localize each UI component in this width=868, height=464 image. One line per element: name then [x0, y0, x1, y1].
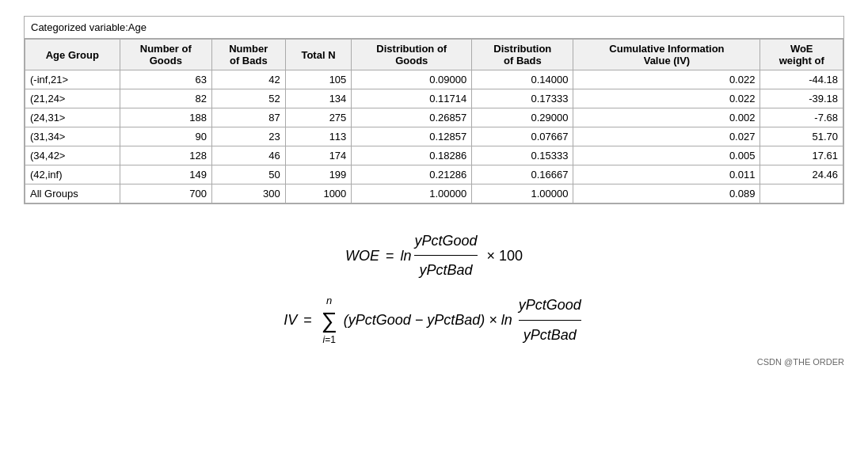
table-row: (21,24>82521340.117140.173330.022-39.18 — [25, 89, 843, 108]
table-cell: 63 — [120, 70, 211, 89]
table-cell: 0.12857 — [352, 127, 472, 146]
footer-cell — [760, 184, 843, 203]
table-cell: 42 — [211, 70, 285, 89]
table-row: (-inf,21>63421050.090000.140000.022-44.1… — [25, 70, 843, 89]
table-cell: 0.14000 — [472, 70, 573, 89]
table-cell: 0.16667 — [472, 165, 573, 184]
table-cell: 24.46 — [760, 165, 843, 184]
table-cell: 0.07667 — [472, 127, 573, 146]
col-num-bads: Numberof Bads — [211, 40, 285, 70]
sigma-symbol: ∑ — [322, 310, 337, 332]
formulas-section: WOE = ln yPctGood yPctBad × 100 IV = n ∑… — [24, 228, 844, 349]
table-cell: 0.022 — [573, 70, 760, 89]
table-cell: (42,inf) — [25, 165, 120, 184]
table-cell: (21,24> — [25, 89, 120, 108]
table-cell: 82 — [120, 89, 211, 108]
table-cell: (-inf,21> — [25, 70, 120, 89]
col-age-group: Age Group — [25, 40, 120, 70]
table-row: (24,31>188872750.268570.290000.002-7.68 — [25, 108, 843, 127]
col-dist-bads: Distributionof Bads — [472, 40, 573, 70]
table-cell: 0.11714 — [352, 89, 472, 108]
footer-cell: 1000 — [285, 184, 352, 203]
table-cell: -44.18 — [760, 70, 843, 89]
footer-cell: All Groups — [25, 184, 120, 203]
table-cell: 0.18286 — [352, 146, 472, 165]
col-cum-iv: Cumulative InformationValue (IV) — [573, 40, 760, 70]
summation-upper: n — [326, 291, 332, 310]
table-cell: 0.09000 — [352, 70, 472, 89]
footer-cell: 0.089 — [573, 184, 760, 203]
table-cell: 0.17333 — [472, 89, 573, 108]
table-cell: 0.26857 — [352, 108, 472, 127]
iv-denominator: yPctBad — [523, 321, 577, 348]
table-row: (34,42>128461740.182860.153330.00517.61 — [25, 146, 843, 165]
table-cell: 0.027 — [573, 127, 760, 146]
table-cell: 134 — [285, 89, 352, 108]
iv-body: (yPctGood − yPctBad) × ln — [344, 307, 512, 333]
table-cell: 149 — [120, 165, 211, 184]
woe-equals: = — [386, 243, 394, 268]
table-cell: 0.002 — [573, 108, 760, 127]
table-cell: 50 — [211, 165, 285, 184]
table-row: (31,34>90231130.128570.076670.02751.70 — [25, 127, 843, 146]
footer-cell: 1.00000 — [472, 184, 573, 203]
iv-formula: IV = n ∑ i=1 (yPctGood − yPctBad) × ln y… — [24, 291, 844, 349]
table-cell: 0.15333 — [472, 146, 573, 165]
table-cell: 52 — [211, 89, 285, 108]
woe-numerator: yPctGood — [414, 228, 477, 256]
table-cell: 0.011 — [573, 165, 760, 184]
table-cell: 188 — [120, 108, 211, 127]
iv-numerator: yPctGood — [519, 292, 581, 320]
woe-fraction: yPctGood yPctBad — [414, 228, 477, 283]
col-num-goods: Number ofGoods — [120, 40, 211, 70]
watermark: CSDN @THE ORDER — [24, 357, 844, 367]
footer-cell: 1.00000 — [352, 184, 472, 203]
table-cell: 199 — [285, 165, 352, 184]
table-cell: 113 — [285, 127, 352, 146]
table-cell: 23 — [211, 127, 285, 146]
table-cell: -39.18 — [760, 89, 843, 108]
table-cell: 46 — [211, 146, 285, 165]
table-cell: 105 — [285, 70, 352, 89]
table-cell: (34,42> — [25, 146, 120, 165]
col-woe: WoEweight of — [760, 40, 843, 70]
data-table: Categorized variable:Age Age Group Numbe… — [24, 16, 844, 204]
table-cell: (24,31> — [25, 108, 120, 127]
footer-cell: 300 — [211, 184, 285, 203]
iv-label: IV — [284, 307, 297, 333]
woe-formula: WOE = ln yPctGood yPctBad × 100 — [24, 228, 844, 283]
table-cell: 0.005 — [573, 146, 760, 165]
iv-summation: n ∑ i=1 — [322, 291, 337, 349]
woe-label: WOE — [345, 243, 379, 268]
table-cell: 275 — [285, 108, 352, 127]
iv-fraction: yPctGood yPctBad — [519, 292, 581, 348]
table-header-row: Age Group Number ofGoods Numberof Bads T… — [25, 40, 843, 70]
summation-lower: i=1 — [322, 332, 335, 349]
woe-denominator: yPctBad — [419, 256, 472, 283]
iv-equals: = — [303, 307, 312, 333]
table-cell: -7.68 — [760, 108, 843, 127]
table-cell: 0.022 — [573, 89, 760, 108]
table-cell: (31,34> — [25, 127, 120, 146]
table-cell: 90 — [120, 127, 211, 146]
table-row: (42,inf)149501990.212860.166670.01124.46 — [25, 165, 843, 184]
table-cell: 0.21286 — [352, 165, 472, 184]
woe-ln: ln — [400, 243, 411, 268]
col-dist-goods: Distribution ofGoods — [352, 40, 472, 70]
table-footer-row: All Groups70030010001.000001.000000.089 — [25, 184, 843, 203]
table-cell: 51.70 — [760, 127, 843, 146]
woe-multiplier: × 100 — [487, 243, 523, 268]
table-cell: 0.29000 — [472, 108, 573, 127]
footer-cell: 700 — [120, 184, 211, 203]
statistics-table: Age Group Number ofGoods Numberof Bads T… — [25, 39, 843, 203]
table-title: Categorized variable:Age — [25, 17, 843, 39]
table-cell: 87 — [211, 108, 285, 127]
col-total-n: Total N — [285, 40, 352, 70]
table-cell: 174 — [285, 146, 352, 165]
table-cell: 17.61 — [760, 146, 843, 165]
table-cell: 128 — [120, 146, 211, 165]
